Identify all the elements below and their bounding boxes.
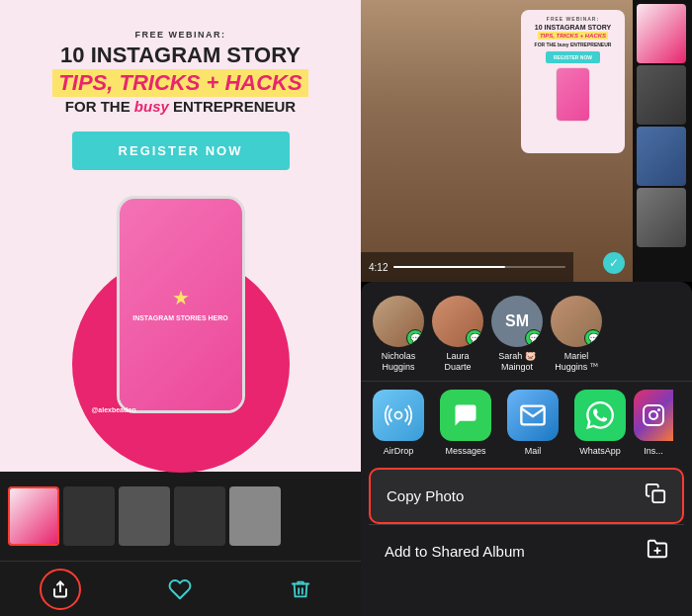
svg-point-1 — [395, 411, 402, 418]
copy-photo-item[interactable]: Copy Photo — [369, 468, 684, 524]
ov-free-label: FREE WEBINAR: — [547, 16, 599, 22]
right-panel: FREE WEBINAR: 10 INSTAGRAM STORY TIPS, T… — [361, 0, 692, 616]
app-messages[interactable]: Messages — [432, 390, 499, 456]
title-line3-post: ENTREPRENEUR — [169, 98, 296, 115]
progress-fill — [393, 266, 505, 268]
phone-mockup: ★ INSTAGRAM STORIES HERO @alexbeadon — [82, 196, 280, 453]
messages-icon — [440, 390, 491, 441]
contact-avatar-1: 💬 — [373, 296, 424, 347]
preview-overlay-card: FREE WEBINAR: 10 INSTAGRAM STORY TIPS, T… — [521, 10, 625, 153]
thumb-4[interactable] — [174, 486, 225, 546]
airdrop-label: AirDrop — [384, 446, 414, 456]
title-line3-italic: busy — [134, 98, 169, 115]
ov-tricks: TIPS, TRICKS + HACKS — [538, 32, 608, 40]
add-shared-album-icon — [647, 538, 668, 565]
share-button[interactable] — [39, 568, 82, 611]
mail-icon — [507, 390, 559, 441]
app-airdrop[interactable]: AirDrop — [365, 390, 432, 456]
message-badge-4: 💬 — [584, 329, 602, 347]
airdrop-icon — [373, 390, 424, 441]
left-panel: FREE WEBINAR: 10 INSTAGRAM STORY TIPS, T… — [0, 0, 361, 616]
title-line3-pre: FOR THE — [65, 98, 134, 115]
checkmark-badge: ✓ — [603, 252, 625, 274]
svg-point-4 — [657, 408, 660, 411]
story-title: 10 INSTAGRAM STORY TIPS, TRICKS + HACKS … — [52, 44, 307, 116]
phone-device: ★ INSTAGRAM STORIES HERO — [117, 196, 245, 413]
app-mail[interactable]: Mail — [499, 390, 566, 456]
mail-label: Mail — [525, 446, 542, 456]
thumbnail-strip — [0, 472, 361, 561]
instagram-icon — [634, 390, 673, 441]
contact-avatar-2: 💬 — [432, 296, 483, 347]
share-sheet: 💬 NicholasHuggins 💬 LauraDuarte SM 💬 Sar… — [361, 282, 692, 616]
timestamp: 4:12 — [369, 262, 388, 273]
whatsapp-icon — [574, 390, 626, 441]
title-line1: 10 INSTAGRAM STORY — [52, 44, 307, 67]
title-line2: TIPS, TRICKS + HACKS — [52, 69, 307, 97]
sidebar-thumb-2[interactable] — [637, 65, 686, 125]
ov-for-the: FOR THE busy ENTREPRENEUR — [535, 42, 612, 47]
messages-label: Messages — [445, 446, 485, 456]
svg-rect-2 — [644, 405, 663, 425]
contact-name-3: Sarah 🐷Maingot — [498, 351, 536, 373]
contact-nicholas[interactable]: 💬 NicholasHuggins — [373, 296, 424, 373]
app-whatsapp[interactable]: WhatsApp — [566, 390, 634, 456]
contact-name-4: MarielHuggins ᵀᴹ — [555, 351, 598, 373]
ov-phone — [556, 67, 590, 122]
sidebar-thumb-1[interactable] — [637, 4, 686, 63]
contact-mariel[interactable]: 💬 MarielHuggins ᵀᴹ — [551, 296, 602, 373]
phone-screen: ★ INSTAGRAM STORIES HERO — [120, 199, 242, 410]
message-badge-3: 💬 — [525, 329, 543, 347]
title-line3: FOR THE busy ENTREPRENEUR — [52, 99, 307, 116]
time-bar: 4:12 — [361, 252, 573, 282]
preview-main: FREE WEBINAR: 10 INSTAGRAM STORY TIPS, T… — [361, 0, 633, 282]
ov-phone-screen — [557, 68, 589, 121]
share-icon — [40, 569, 81, 610]
progress-bar — [393, 266, 565, 268]
star-icon: ★ — [172, 286, 190, 309]
action-list: Copy Photo Add to Shared Album — [361, 464, 692, 616]
instagram-label: Ins... — [644, 446, 663, 456]
sidebar-thumb-3[interactable] — [637, 127, 686, 186]
contact-name-2: LauraDuarte — [444, 351, 471, 373]
sidebar-thumb-4[interactable] — [637, 188, 686, 247]
ov-register-btn[interactable]: REGISTER NOW — [546, 51, 600, 63]
phone-inner-text: INSTAGRAM STORIES HERO — [132, 313, 228, 322]
main-content: FREE WEBINAR: 10 INSTAGRAM STORY TIPS, T… — [0, 0, 361, 472]
contacts-row: 💬 NicholasHuggins 💬 LauraDuarte SM 💬 Sar… — [361, 282, 692, 381]
contact-sarah[interactable]: SM 💬 Sarah 🐷Maingot — [491, 296, 543, 373]
svg-rect-5 — [652, 490, 664, 502]
preview-area: FREE WEBINAR: 10 INSTAGRAM STORY TIPS, T… — [361, 0, 692, 282]
svg-point-3 — [649, 411, 657, 419]
app-instagram[interactable]: Ins... — [634, 390, 673, 456]
contact-avatar-3: SM 💬 — [491, 296, 543, 347]
sidebar-thumbnails — [633, 0, 692, 282]
app-icons-row: AirDrop Messages Mail — [361, 381, 692, 464]
handle-text: @alexbeadon — [92, 406, 136, 413]
thumb-2[interactable] — [63, 486, 115, 546]
message-badge-2: 💬 — [466, 329, 483, 347]
thumb-1[interactable] — [8, 486, 59, 546]
heart-button[interactable] — [158, 568, 202, 611]
contact-name-1: NicholasHuggins — [382, 351, 416, 373]
thumb-3[interactable] — [119, 486, 170, 546]
register-now-button[interactable]: REGISTER NOW — [72, 132, 290, 170]
trash-button[interactable] — [279, 568, 322, 611]
contact-avatar-4: 💬 — [551, 296, 602, 347]
add-shared-album-item[interactable]: Add to Shared Album — [369, 525, 684, 577]
whatsapp-label: WhatsApp — [579, 446, 621, 456]
copy-photo-label: Copy Photo — [387, 487, 633, 504]
thumb-5[interactable] — [229, 486, 281, 546]
ov-title: 10 INSTAGRAM STORY — [535, 24, 611, 32]
contact-laura[interactable]: 💬 LauraDuarte — [432, 296, 483, 373]
message-badge-1: 💬 — [406, 329, 424, 347]
free-webinar-label: FREE WEBINAR: — [135, 30, 226, 40]
add-shared-album-label: Add to Shared Album — [385, 543, 635, 560]
copy-photo-icon — [645, 483, 666, 509]
bottom-toolbar — [0, 561, 361, 616]
